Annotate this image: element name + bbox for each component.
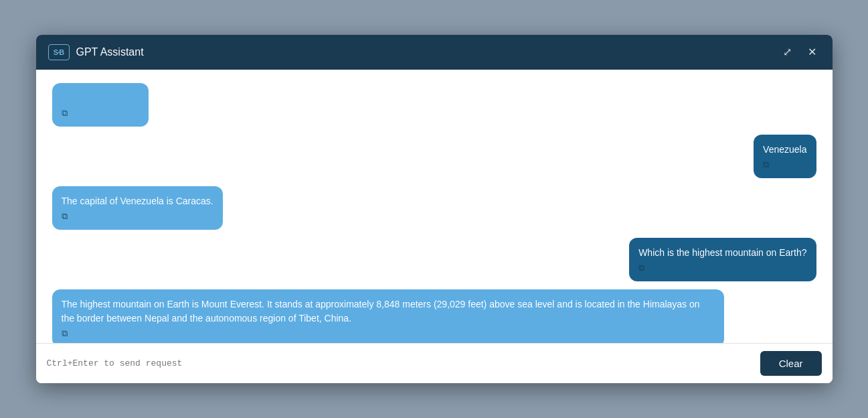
page-background: S·B GPT Assistant ⤢ ✕ ⧉ bbox=[0, 0, 868, 418]
logo-badge: S·B bbox=[48, 44, 70, 60]
chat-input[interactable] bbox=[47, 358, 752, 368]
bubble-text-3: Which is the highest mountain on Earth? bbox=[638, 246, 806, 260]
copy-icon-4[interactable]: ⧉ bbox=[62, 328, 715, 339]
message-row-1: Venezuela ⧉ bbox=[52, 135, 816, 178]
expand-button[interactable]: ⤢ bbox=[779, 44, 796, 60]
close-button[interactable]: ✕ bbox=[804, 44, 820, 60]
user-bubble-3: Which is the highest mountain on Earth? … bbox=[629, 238, 816, 281]
bubble-inner-0: ⧉ bbox=[62, 91, 140, 119]
header-actions: ⤢ ✕ bbox=[779, 44, 820, 60]
message-row-4: The highest mountain on Earth is Mount E… bbox=[52, 289, 816, 343]
message-row-0: ⧉ bbox=[52, 83, 816, 127]
modal-title: GPT Assistant bbox=[76, 46, 144, 58]
copy-icon-1[interactable]: ⧉ bbox=[763, 159, 806, 170]
assistant-bubble-0: ⧉ bbox=[52, 83, 149, 127]
assistant-bubble-4: The highest mountain on Earth is Mount E… bbox=[52, 289, 725, 343]
message-row-2: The capital of Venezuela is Caracas. ⧉ bbox=[52, 186, 816, 230]
header-left: S·B GPT Assistant bbox=[48, 44, 144, 60]
assistant-bubble-2: The capital of Venezuela is Caracas. ⧉ bbox=[52, 186, 223, 230]
input-area: Clear bbox=[36, 343, 833, 383]
gpt-assistant-modal: S·B GPT Assistant ⤢ ✕ ⧉ bbox=[36, 35, 833, 383]
copy-icon-2[interactable]: ⧉ bbox=[62, 211, 213, 222]
bubble-text-2: The capital of Venezuela is Caracas. bbox=[62, 194, 213, 208]
chat-area: ⧉ Venezuela ⧉ The capital of Venezuela i bbox=[36, 70, 833, 343]
bubble-inner-1: Venezuela ⧉ bbox=[763, 143, 806, 170]
message-row-3: Which is the highest mountain on Earth? … bbox=[52, 238, 816, 281]
bubble-inner-3: Which is the highest mountain on Earth? … bbox=[638, 246, 806, 273]
bubble-inner-4: The highest mountain on Earth is Mount E… bbox=[62, 297, 715, 339]
copy-icon-0[interactable]: ⧉ bbox=[62, 108, 140, 119]
bubble-text-0 bbox=[62, 91, 140, 105]
clear-button[interactable]: Clear bbox=[760, 351, 822, 376]
user-bubble-1: Venezuela ⧉ bbox=[754, 135, 816, 178]
bubble-text-4: The highest mountain on Earth is Mount E… bbox=[62, 297, 715, 326]
copy-icon-3[interactable]: ⧉ bbox=[638, 263, 806, 273]
bubble-text-1: Venezuela bbox=[763, 143, 806, 157]
bubble-inner-2: The capital of Venezuela is Caracas. ⧉ bbox=[62, 194, 213, 222]
modal-header: S·B GPT Assistant ⤢ ✕ bbox=[36, 35, 833, 70]
